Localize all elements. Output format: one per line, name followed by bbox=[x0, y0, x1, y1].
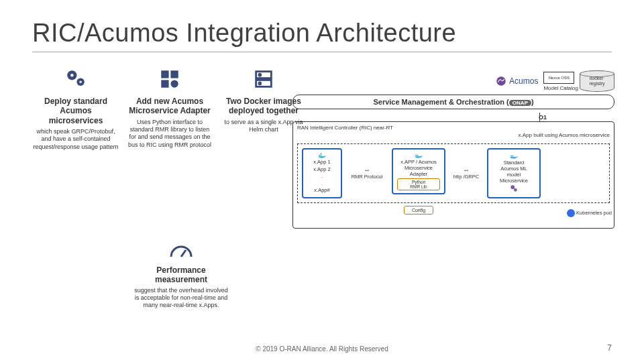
divider bbox=[32, 52, 612, 52]
copyright-footer: © 2019 O-RAN Alliance. All Rights Reserv… bbox=[0, 345, 644, 353]
svg-rect-20 bbox=[513, 156, 514, 157]
xapp-built-label: x.App built using Acumos microservice bbox=[297, 132, 610, 138]
svg-rect-14 bbox=[319, 155, 320, 156]
ric-container: O1 RAN Intelligent Controller (RIC) near… bbox=[292, 121, 614, 229]
slide-title: RIC/Acumos Integration Architecture bbox=[32, 19, 612, 48]
svg-point-3 bbox=[79, 81, 81, 83]
perf-heading: Performance measurement bbox=[134, 265, 228, 284]
deploy-heading: Deploy standard Acumos microservices bbox=[32, 97, 119, 125]
docker-whale-icon bbox=[317, 152, 327, 159]
adapter-box: x.APP / Acumos Microservice Adapter Pyth… bbox=[392, 148, 445, 194]
svg-rect-15 bbox=[321, 155, 322, 156]
svg-rect-6 bbox=[161, 80, 168, 87]
http-grpc-label: ↔ http /GRPC bbox=[449, 148, 483, 198]
svg-point-10 bbox=[259, 74, 261, 76]
config-box: Config bbox=[404, 206, 433, 215]
svg-rect-16 bbox=[321, 154, 322, 155]
svg-rect-5 bbox=[170, 70, 178, 78]
xapps-box: x.App 1 x.App 2 . . x.App# bbox=[302, 148, 342, 198]
model-catalog-label: Model Catalog bbox=[543, 85, 578, 91]
adapter-heading: Add new Acumos Microservice Adapter bbox=[126, 97, 213, 116]
gauge-icon bbox=[134, 241, 228, 261]
docker-whale-icon bbox=[414, 152, 423, 159]
docker-whale-icon bbox=[509, 153, 519, 160]
svg-rect-4 bbox=[161, 70, 168, 78]
svg-point-11 bbox=[259, 82, 261, 84]
svg-line-12 bbox=[181, 250, 186, 257]
svg-point-13 bbox=[496, 76, 506, 86]
performance-block: Performance measurement suggest that the… bbox=[134, 241, 228, 308]
kubernetes-icon bbox=[567, 209, 575, 217]
o1-label: O1 bbox=[539, 114, 547, 121]
onap-badge: ONAP bbox=[509, 100, 531, 106]
deploy-body: which speak GRPC/Protobuf, and have a se… bbox=[32, 128, 119, 151]
svg-point-22 bbox=[514, 188, 517, 192]
svg-rect-18 bbox=[417, 155, 419, 156]
kubernetes-pod-label: Kubernetes pod bbox=[567, 209, 612, 217]
svg-point-1 bbox=[70, 74, 74, 77]
python-rmr-lib: Python RMR Lib bbox=[397, 178, 440, 190]
svg-point-21 bbox=[511, 186, 515, 190]
gears-icon bbox=[32, 66, 119, 93]
perf-body: suggest that the overhead involved is ac… bbox=[134, 287, 228, 308]
ml-microservice-box: Standard Acumos ML model Microservice bbox=[487, 148, 541, 198]
page-number: 7 bbox=[607, 343, 612, 353]
docker-registry-cylinder: docker registry bbox=[580, 70, 614, 92]
svg-point-7 bbox=[170, 80, 178, 87]
puzzle-icon bbox=[126, 66, 213, 93]
architecture-diagram: Acumos Nexus OSS Model Catalog docker re… bbox=[292, 70, 614, 229]
svg-rect-17 bbox=[415, 155, 417, 156]
svg-rect-19 bbox=[511, 156, 512, 157]
ric-title: RAN Intelligent Controller (RIC) near-RT bbox=[297, 125, 610, 131]
adapter-body: Uses Python interface to standard RMR li… bbox=[126, 119, 213, 149]
rmr-protocol-label: ↔ RMR Protocol bbox=[346, 148, 388, 198]
smo-box: Service Management & Orchestration (ONAP… bbox=[292, 95, 614, 109]
acumos-logo: Acumos bbox=[491, 73, 542, 89]
gears-icon bbox=[509, 184, 519, 193]
kubernetes-pod: x.App 1 x.App 2 . . x.App# ↔ RMR Protoco… bbox=[297, 143, 610, 203]
nexus-box: Nexus OSS bbox=[543, 72, 574, 84]
